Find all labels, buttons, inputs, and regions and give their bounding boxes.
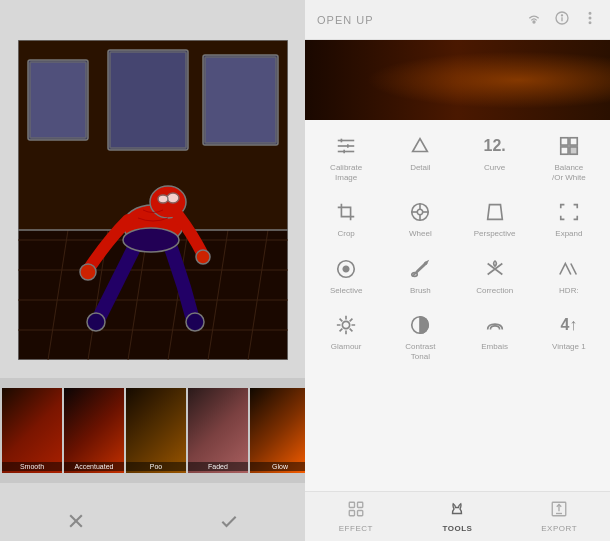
svg-rect-46: [570, 147, 577, 154]
svg-point-23: [196, 250, 210, 264]
preview-image: [305, 40, 610, 120]
tool-label-correction: Correction: [476, 286, 513, 296]
svg-point-21: [158, 195, 168, 203]
svg-point-34: [589, 17, 590, 18]
svg-point-54: [343, 266, 349, 272]
open-up-label: OPEN UP: [317, 14, 374, 26]
tool-label-embais: Embais: [481, 342, 508, 352]
tools-row-2: Crop Wheel: [309, 194, 606, 243]
thumb-label-faded: Faded: [188, 462, 248, 471]
right-bottom-bar: EFFECT TOOLS EXPORT: [305, 491, 610, 541]
tool-detail[interactable]: Detail: [390, 128, 450, 186]
tool-perspective[interactable]: Perspective: [465, 194, 525, 243]
tool-curve[interactable]: 12. Curve: [465, 128, 525, 186]
tool-label-vintage: Vintage 1: [552, 342, 586, 352]
tool-contrast-tonal[interactable]: ContrastTonal: [390, 307, 450, 365]
tool-correction[interactable]: Correction: [465, 251, 525, 300]
tool-crop[interactable]: Crop: [316, 194, 376, 243]
info-icon[interactable]: [554, 10, 570, 29]
right-panel: OPEN UP: [305, 0, 610, 541]
effect-icon: [347, 500, 365, 522]
svg-point-29: [533, 21, 535, 23]
cancel-button[interactable]: [56, 501, 96, 541]
bottom-action-bar: [0, 501, 305, 541]
svg-rect-59: [357, 502, 362, 507]
thumb-label-glow: Glow: [250, 462, 305, 471]
nav-effect-label: EFFECT: [339, 524, 373, 533]
header-icons: [526, 10, 598, 29]
balance-icon: [555, 132, 583, 160]
thumbnail-smooth[interactable]: Smooth: [2, 388, 62, 473]
wifi-icon[interactable]: [526, 10, 542, 29]
svg-rect-17: [205, 57, 276, 143]
tool-selective[interactable]: Selective: [316, 251, 376, 300]
nav-tools[interactable]: TOOLS: [422, 500, 492, 533]
brush-icon: [406, 255, 434, 283]
tool-label-curve: Curve: [484, 163, 505, 173]
thumbnail-accentuated[interactable]: Accentuated: [64, 388, 124, 473]
tool-label-wheel: Wheel: [409, 229, 432, 239]
thumbnail-faded[interactable]: Faded: [188, 388, 248, 473]
left-panel: Smooth Accentuated Poo Faded Glow Mornin…: [0, 0, 305, 541]
tool-label-detail: Detail: [410, 163, 430, 173]
tools-icon: [448, 500, 466, 522]
hdr-icon: [555, 255, 583, 283]
svg-point-22: [80, 264, 96, 280]
tool-label-hdr: HDR:: [559, 286, 579, 296]
calibrate-icon: [332, 132, 360, 160]
nav-tools-label: TOOLS: [443, 524, 473, 533]
expand-icon: [555, 198, 583, 226]
export-icon: [550, 500, 568, 522]
tool-expand[interactable]: Expand: [539, 194, 599, 243]
curve-icon: 12.: [481, 132, 509, 160]
svg-point-26: [123, 228, 179, 252]
main-image: [18, 40, 288, 360]
nav-export[interactable]: EXPORT: [524, 500, 594, 533]
nav-effect[interactable]: EFFECT: [321, 500, 391, 533]
tools-row-1: CalibrateImage Detail 12. Curve: [309, 128, 606, 186]
tool-glamour[interactable]: Glamour: [316, 307, 376, 365]
right-header: OPEN UP: [305, 0, 610, 40]
svg-point-24: [87, 313, 105, 331]
svg-point-35: [589, 22, 590, 23]
tool-label-crop: Crop: [337, 229, 354, 239]
menu-icon[interactable]: [582, 10, 598, 29]
thumb-label-smooth: Smooth: [2, 462, 62, 471]
svg-point-20: [167, 193, 179, 203]
tool-calibrate[interactable]: CalibrateImage: [316, 128, 376, 186]
tool-label-calibrate: CalibrateImage: [330, 163, 362, 182]
svg-rect-15: [110, 52, 186, 148]
tool-balance[interactable]: Balance/Or White: [539, 128, 599, 186]
tool-label-contrast-tonal: ContrastTonal: [405, 342, 435, 361]
svg-point-33: [589, 13, 590, 14]
perspective-icon: [481, 198, 509, 226]
thumbnail-glow[interactable]: Glow: [250, 388, 305, 473]
tool-label-glamour: Glamour: [331, 342, 362, 352]
tool-label-selective: Selective: [330, 286, 362, 296]
svg-rect-61: [357, 511, 362, 516]
glamour-icon: [332, 311, 360, 339]
thumbnail-strip: Smooth Accentuated Poo Faded Glow Mornin…: [0, 378, 305, 483]
thumbnail-poo[interactable]: Poo: [126, 388, 186, 473]
svg-point-32: [561, 15, 562, 16]
vintage-icon: 4↑: [555, 311, 583, 339]
svg-point-56: [342, 322, 349, 329]
tool-vintage[interactable]: 4↑ Vintage 1: [539, 307, 599, 365]
nav-export-label: EXPORT: [541, 524, 577, 533]
crop-icon: [332, 198, 360, 226]
selective-icon: [332, 255, 360, 283]
correction-icon: [481, 255, 509, 283]
contrast-tonal-icon: [406, 311, 434, 339]
confirm-button[interactable]: [209, 501, 249, 541]
svg-rect-45: [561, 147, 568, 154]
svg-rect-60: [349, 511, 354, 516]
embais-icon: [481, 311, 509, 339]
tool-hdr[interactable]: HDR:: [539, 251, 599, 300]
tool-label-balance: Balance/Or White: [552, 163, 586, 182]
tool-wheel[interactable]: Wheel: [390, 194, 450, 243]
tool-embais[interactable]: Embais: [465, 307, 525, 365]
tool-brush[interactable]: Brush: [390, 251, 450, 300]
svg-rect-13: [30, 62, 86, 138]
detail-icon: [406, 132, 434, 160]
thumb-label-accentuated: Accentuated: [64, 462, 124, 471]
